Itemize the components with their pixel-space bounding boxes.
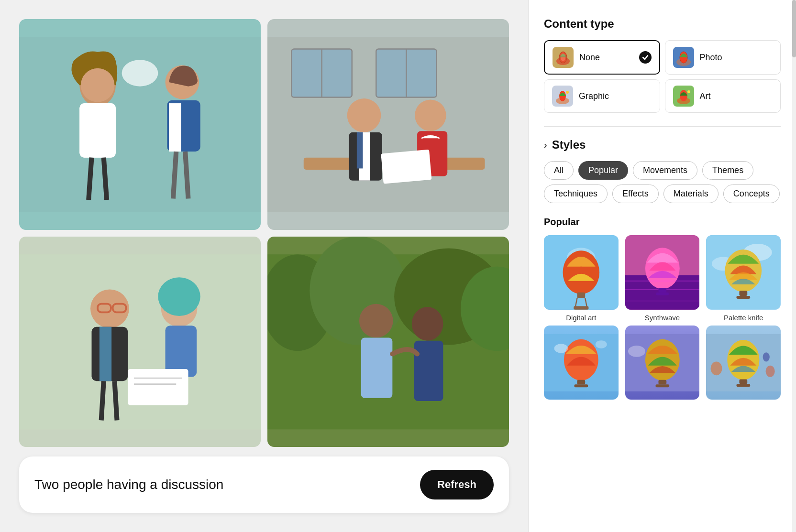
prompt-box: Two people having a discussion Refresh (19, 456, 509, 513)
content-type-graphic-thumb (552, 86, 573, 107)
svg-point-7 (122, 60, 158, 87)
svg-rect-22 (357, 132, 363, 169)
svg-rect-25 (381, 150, 431, 184)
svg-rect-85 (740, 291, 748, 296)
svg-point-101 (766, 365, 775, 377)
refresh-button[interactable]: Refresh (420, 470, 494, 499)
style-tag-concepts[interactable]: Concepts (723, 185, 780, 203)
left-panel: Two people having a discussion Refresh (0, 0, 528, 532)
style-item-synthwave[interactable]: Synthwave (625, 235, 700, 322)
content-type-none-label: None (579, 53, 633, 63)
style-palette-knife-label: Palette knife (724, 314, 763, 322)
svg-rect-32 (100, 326, 111, 381)
content-type-art-thumb (673, 86, 694, 107)
svg-point-65 (687, 90, 690, 93)
image-cell-4 (267, 237, 509, 447)
none-check-icon (639, 51, 652, 64)
svg-rect-10 (169, 103, 181, 152)
content-type-graphic[interactable]: Graphic (544, 79, 660, 113)
style-thumb-palette-knife (706, 235, 781, 310)
svg-rect-80 (656, 293, 668, 295)
style-tag-all[interactable]: All (544, 161, 574, 180)
svg-rect-92 (574, 384, 588, 387)
svg-point-89 (554, 344, 568, 353)
style-tag-popular[interactable]: Popular (578, 161, 628, 180)
image-cell-3 (19, 237, 261, 447)
svg-point-95 (628, 346, 645, 357)
content-type-none-thumb (553, 47, 574, 68)
style-thumb-synthwave (625, 235, 700, 310)
style-tags: All Popular Movements Themes Techniques … (544, 161, 781, 203)
svg-rect-3 (79, 103, 116, 158)
svg-rect-103 (740, 379, 748, 384)
svg-rect-104 (737, 384, 751, 387)
style-tag-effects[interactable]: Effects (612, 185, 659, 203)
style-thumb-digital-art (544, 235, 619, 310)
style-digital-art-label: Digital art (566, 314, 596, 322)
style-item-palette-knife[interactable]: Palette knife (706, 235, 781, 322)
svg-rect-49 (414, 340, 443, 401)
style-item-4[interactable] (544, 326, 619, 404)
content-type-photo[interactable]: Photo (665, 40, 781, 75)
styles-title: Styles (552, 138, 586, 152)
image-cell-2 (267, 19, 509, 230)
svg-line-34 (114, 381, 117, 420)
content-type-none[interactable]: None (544, 40, 660, 75)
svg-rect-96 (658, 380, 666, 384)
svg-rect-86 (737, 296, 751, 299)
content-type-grid: None Photo (544, 40, 781, 113)
svg-point-19 (347, 98, 381, 132)
image-grid (19, 19, 509, 447)
svg-line-33 (101, 381, 104, 420)
svg-line-5 (104, 158, 107, 200)
popular-label: Popular (544, 217, 781, 228)
style-item-6[interactable] (706, 326, 781, 404)
prompt-text: Two people having a discussion (34, 476, 223, 493)
svg-point-43 (310, 237, 406, 345)
style-image-grid-2 (544, 326, 781, 404)
svg-rect-72 (574, 306, 588, 309)
svg-point-27 (90, 289, 129, 328)
style-synthwave-label: Synthwave (645, 314, 680, 322)
svg-rect-79 (658, 288, 666, 293)
style-tag-techniques[interactable]: Techniques (544, 185, 608, 203)
style-tag-movements[interactable]: Movements (633, 161, 697, 180)
image-cell-1 (19, 19, 261, 230)
style-thumb-4 (544, 326, 619, 400)
style-item-5[interactable] (625, 326, 700, 404)
svg-rect-97 (655, 384, 669, 387)
style-item-digital-art[interactable]: Digital art (544, 235, 619, 322)
scrollbar-thumb[interactable] (792, 0, 796, 57)
content-type-photo-label: Photo (700, 53, 773, 63)
svg-point-23 (415, 99, 446, 131)
content-type-art[interactable]: Art (665, 79, 781, 113)
divider (544, 126, 781, 127)
content-type-graphic-label: Graphic (579, 91, 652, 101)
chevron-right-icon: › (544, 140, 547, 151)
svg-point-36 (158, 277, 200, 316)
right-panel: Content type None (528, 0, 796, 532)
svg-rect-38 (128, 369, 188, 405)
svg-rect-91 (577, 380, 585, 384)
svg-point-6 (81, 68, 115, 102)
scrollbar-track (792, 0, 796, 532)
svg-rect-69 (577, 293, 585, 298)
style-tag-materials[interactable]: Materials (663, 185, 719, 203)
style-tag-themes[interactable]: Themes (702, 161, 753, 180)
svg-line-11 (173, 152, 176, 198)
styles-header[interactable]: › Styles (544, 138, 781, 152)
style-thumb-5 (625, 326, 700, 400)
svg-point-46 (359, 304, 393, 337)
content-type-title: Content type (544, 17, 781, 31)
content-type-photo-thumb (673, 47, 694, 68)
style-image-grid-1: Digital art (544, 235, 781, 322)
svg-line-4 (88, 158, 91, 200)
svg-line-12 (185, 152, 188, 198)
svg-point-61 (566, 91, 569, 94)
svg-point-100 (711, 361, 722, 375)
style-thumb-6 (706, 326, 781, 400)
svg-point-90 (596, 340, 607, 348)
svg-point-102 (763, 352, 770, 361)
content-type-art-label: Art (700, 91, 773, 101)
svg-point-48 (412, 307, 443, 341)
